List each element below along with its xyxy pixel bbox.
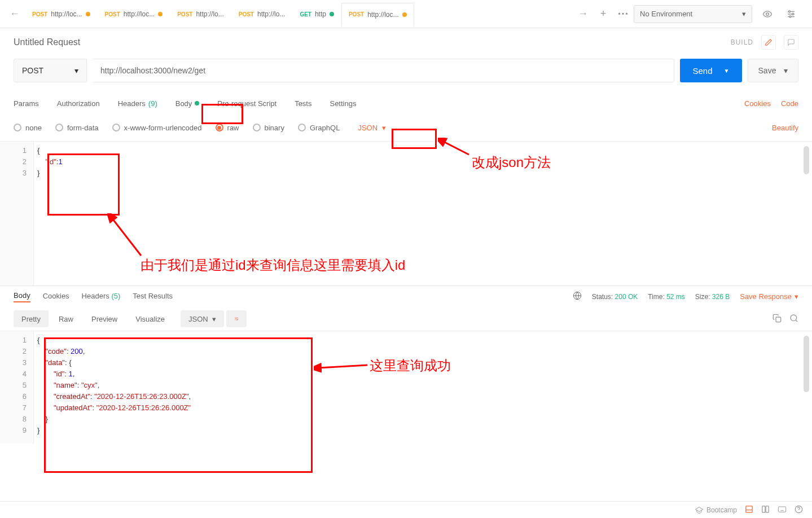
globe-icon[interactable]: [573, 291, 582, 302]
tab-authorization[interactable]: Authorization: [57, 99, 100, 108]
footer: Bootcamp: [0, 501, 812, 518]
svg-point-0: [766, 12, 769, 15]
chevron-down-icon: ▾: [74, 66, 78, 75]
env-preview-icon[interactable]: [759, 6, 776, 23]
tab-prerequest[interactable]: Pre-request Script: [217, 99, 276, 108]
wrap-lines-button[interactable]: [226, 310, 247, 327]
comment-icon[interactable]: [784, 35, 798, 50]
view-pretty[interactable]: Pretty: [14, 310, 49, 327]
radio-graphql[interactable]: GraphQL: [298, 124, 340, 132]
radio-raw[interactable]: raw: [216, 124, 239, 132]
url-input[interactable]: [93, 59, 674, 82]
save-response-button[interactable]: Save Response ▾: [740, 292, 798, 301]
tab-params[interactable]: Params: [14, 99, 39, 108]
code-area[interactable]: { "code": 200, "data": { "id": 1, "name"…: [34, 331, 812, 444]
tab-tests[interactable]: Tests: [295, 99, 311, 108]
copy-icon[interactable]: [773, 314, 782, 324]
request-tab[interactable]: POSThttp://loc...: [25, 3, 98, 25]
build-label[interactable]: BUILD: [731, 38, 753, 46]
help-icon[interactable]: [795, 505, 803, 515]
method-badge: POST: [349, 11, 364, 17]
cookies-link[interactable]: Cookies: [744, 99, 771, 108]
response-format-select[interactable]: JSON ▾: [181, 310, 224, 327]
request-tab[interactable]: GEThttp: [292, 3, 341, 25]
view-preview[interactable]: Preview: [84, 310, 125, 327]
radio-none[interactable]: none: [14, 124, 42, 132]
svg-point-6: [789, 16, 791, 17]
resp-tab-cookies[interactable]: Cookies: [43, 292, 69, 302]
unsaved-dot-icon: [402, 12, 407, 17]
response-header: Body Cookies Headers (5) Test Results St…: [0, 286, 812, 307]
chevron-down-icon: ▾: [382, 124, 386, 132]
top-bar: ← POSThttp://loc...POSThttp://loc...POST…: [0, 0, 812, 28]
method-select[interactable]: POST ▾: [14, 59, 87, 82]
request-section-tabs: Params Authorization Headers (9) Body Pr…: [0, 91, 812, 115]
nav-back[interactable]: ←: [5, 4, 25, 24]
tab-title: http://loc...: [124, 10, 155, 18]
chevron-down-icon: ▾: [795, 292, 798, 301]
method-badge: GET: [300, 11, 311, 17]
chevron-down-icon: ▾: [742, 10, 746, 18]
tab-title: http://lo...: [257, 10, 285, 18]
search-icon[interactable]: [789, 314, 798, 324]
method-badge: POST: [32, 11, 47, 17]
tab-settings[interactable]: Settings: [330, 99, 356, 108]
svg-point-5: [792, 13, 794, 15]
send-button[interactable]: Send ▼: [680, 59, 742, 82]
keyboard-icon[interactable]: [778, 505, 787, 515]
request-tab[interactable]: POSThttp://loc...: [341, 3, 414, 25]
svg-point-4: [789, 11, 791, 12]
body-format-select[interactable]: JSON ▾: [353, 122, 390, 133]
code-area[interactable]: { "id":1 }: [34, 142, 812, 286]
radio-form-data[interactable]: form-data: [55, 124, 99, 132]
request-tab[interactable]: POSThttp://lo...: [231, 3, 293, 25]
svg-rect-10: [746, 506, 752, 512]
environment-select[interactable]: No Environment ▾: [634, 5, 752, 23]
view-raw[interactable]: Raw: [51, 310, 81, 327]
url-row: POST ▾ Send ▼ Save ▾: [0, 59, 812, 82]
tab-title: http://loc...: [367, 11, 398, 19]
method-badge: POST: [177, 11, 192, 17]
svg-rect-12: [762, 506, 765, 512]
request-tab[interactable]: POSThttp://loc...: [98, 3, 170, 25]
view-visualize[interactable]: Visualize: [128, 310, 173, 327]
tab-body[interactable]: Body: [175, 99, 200, 108]
tab-title: http://loc...: [51, 10, 82, 18]
save-label: Save: [758, 66, 776, 75]
edit-icon[interactable]: [761, 35, 776, 50]
tab-more-button[interactable]: •••: [613, 4, 634, 24]
scroll-indicator: [804, 146, 809, 174]
resp-tab-body[interactable]: Body: [14, 291, 30, 302]
radio-binary[interactable]: binary: [253, 124, 284, 132]
code-link[interactable]: Code: [781, 99, 798, 108]
send-label: Send: [693, 66, 713, 76]
svg-rect-14: [778, 507, 785, 512]
settings-icon[interactable]: [783, 6, 800, 23]
nav-forward[interactable]: →: [573, 4, 593, 24]
method-value: POST: [22, 66, 43, 75]
unsaved-dot-icon: [86, 12, 90, 16]
svg-rect-13: [766, 506, 769, 512]
response-body-editor[interactable]: 123456789 { "code": 200, "data": { "id":…: [0, 331, 812, 444]
svg-rect-8: [776, 317, 781, 322]
beautify-link[interactable]: Beautify: [772, 124, 798, 132]
request-name[interactable]: Untitled Request: [14, 37, 80, 47]
resp-tab-test-results[interactable]: Test Results: [133, 292, 173, 302]
line-gutter: 123456789: [0, 331, 34, 444]
request-body-editor[interactable]: 123 { "id":1 }: [0, 141, 812, 286]
tab-headers[interactable]: Headers (9): [118, 99, 157, 108]
radio-urlencoded[interactable]: x-www-form-urlencoded: [112, 124, 202, 132]
resp-tab-headers[interactable]: Headers (5): [82, 292, 121, 302]
two-pane-icon[interactable]: [761, 505, 770, 515]
save-button[interactable]: Save ▾: [748, 59, 798, 82]
active-dot-icon: [195, 101, 199, 106]
environment-label: No Environment: [640, 10, 692, 18]
request-tab[interactable]: POSThttp://lo...: [170, 3, 231, 25]
chevron-down-icon: ▾: [784, 66, 788, 75]
bootcamp-link[interactable]: Bootcamp: [695, 506, 737, 514]
chevron-down-icon: ▼: [724, 68, 730, 74]
new-tab-button[interactable]: +: [593, 4, 613, 24]
panel-icon[interactable]: [745, 505, 753, 515]
method-badge: POST: [239, 11, 254, 17]
tab-title: http: [315, 10, 326, 18]
